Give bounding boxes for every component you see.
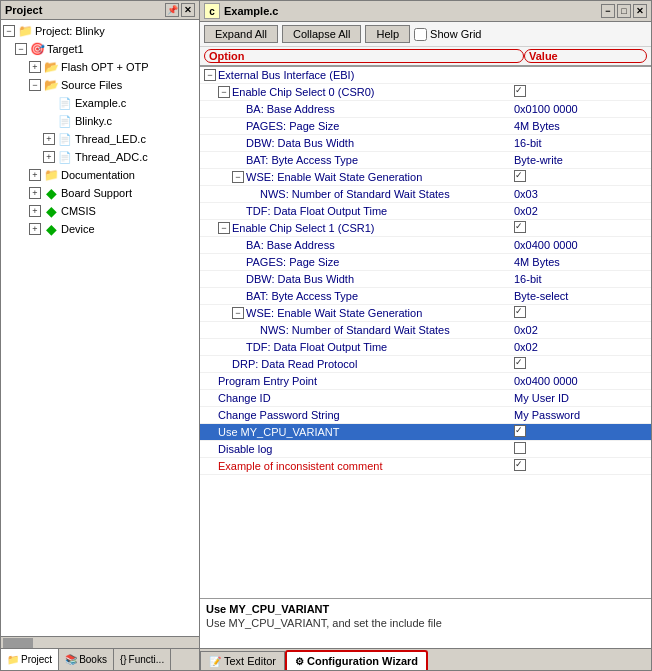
expand-threadled[interactable]: + [43,133,55,145]
config-row-14[interactable]: −WSE: Enable Wait State Generation [200,305,651,322]
cfg-value-4: 16-bit [510,136,651,150]
config-row-10[interactable]: BA: Base Address0x0400 0000 [200,237,651,254]
cfg-checkbox-14[interactable] [514,306,526,318]
config-row-8[interactable]: TDF: Data Float Output Time0x02 [200,203,651,220]
collapse-all-button[interactable]: Collapse All [282,25,361,43]
config-row-18[interactable]: Program Entry Point0x0400 0000 [200,373,651,390]
config-row-5[interactable]: BAT: Byte Access TypeByte-write [200,152,651,169]
tree-item-project[interactable]: − 📁 Project: Blinky [1,22,199,40]
expand-btn-9[interactable]: − [218,222,230,234]
cfg-label-5: BAT: Byte Access Type [246,154,358,166]
right-panel: c Example.c − □ ✕ Expand All Collapse Al… [200,0,652,671]
cfg-option-19: Change ID [200,391,510,405]
pin-button[interactable]: 📌 [165,3,179,17]
config-row-20[interactable]: Change Password StringMy Password [200,407,651,424]
expand-source[interactable]: − [29,79,41,91]
cfg-checkbox-23[interactable] [514,459,526,471]
config-row-4[interactable]: DBW: Data Bus Width16-bit [200,135,651,152]
info-title: Use MY_CPU_VARIANT [206,603,645,615]
left-bottom-tabs: 📁 Project 📚 Books {} Functi... [1,648,199,670]
tab-books[interactable]: 📚 Books [59,649,114,670]
expand-board[interactable]: + [29,187,41,199]
expand-btn-0[interactable]: − [204,69,216,81]
expand-btn-14[interactable]: − [232,307,244,319]
cfg-checkbox-21[interactable] [514,425,526,437]
cfg-label-3: PAGES: Page Size [246,120,339,132]
cfg-checkbox-6[interactable] [514,170,526,182]
tree-item-source-files[interactable]: − 📂 Source Files [1,76,199,94]
config-row-9[interactable]: −Enable Chip Select 1 (CSR1) [200,220,651,237]
tab-functions[interactable]: {} Functi... [114,649,171,670]
tree-item-cmsis[interactable]: + ◆ CMSIS [1,202,199,220]
expand-cmsis[interactable]: + [29,205,41,217]
tree-item-threadled[interactable]: + 📄 Thread_LED.c [1,130,199,148]
config-row-22[interactable]: Disable log [200,441,651,458]
cfg-option-16: TDF: Data Float Output Time [200,340,510,354]
config-row-12[interactable]: DBW: Data Bus Width16-bit [200,271,651,288]
cfg-option-12: DBW: Data Bus Width [200,272,510,286]
left-scrollbar-h[interactable] [1,636,199,648]
left-scroll-thumb[interactable] [3,638,33,648]
config-row-16[interactable]: TDF: Data Float Output Time0x02 [200,339,651,356]
config-row-2[interactable]: BA: Base Address0x0100 0000 [200,101,651,118]
cfg-checkbox-17[interactable] [514,357,526,369]
cfg-option-15: NWS: Number of Standard Wait States [200,323,510,337]
cfg-option-10: BA: Base Address [200,238,510,252]
tree-item-target1[interactable]: − 🎯 Target1 [1,40,199,58]
cfg-option-8: TDF: Data Float Output Time [200,204,510,218]
expand-all-button[interactable]: Expand All [204,25,278,43]
source-folder-icon: 📂 [43,77,59,93]
minimize-button[interactable]: − [601,4,615,18]
tab-project[interactable]: 📁 Project [1,649,59,670]
expand-flash[interactable]: + [29,61,41,73]
expand-target1[interactable]: − [15,43,27,55]
tree-item-device[interactable]: + ◆ Device [1,220,199,238]
doc-folder-icon: 📁 [43,167,59,183]
cfg-checkbox-22[interactable] [514,442,526,454]
config-row-1[interactable]: −Enable Chip Select 0 (CSR0) [200,84,651,101]
cfg-label-16: TDF: Data Float Output Time [246,341,387,353]
expand-btn-1[interactable]: − [218,86,230,98]
config-row-13[interactable]: BAT: Byte Access TypeByte-select [200,288,651,305]
close-right-button[interactable]: ✕ [633,4,647,18]
maximize-button[interactable]: □ [617,4,631,18]
project-icon: 📁 [17,23,33,39]
expand-project[interactable]: − [3,25,15,37]
tab-text-editor[interactable]: 📝 Text Editor [200,651,285,670]
cfg-label-13: BAT: Byte Access Type [246,290,358,302]
info-bar: Use MY_CPU_VARIANT Use MY_CPU_VARIANT, a… [200,598,651,648]
cfg-label-6: WSE: Enable Wait State Generation [246,171,422,183]
config-row-0[interactable]: −External Bus Interface (EBI) [200,67,651,84]
info-description: Use MY_CPU_VARIANT, and set the include … [206,617,645,629]
tree-item-documentation[interactable]: + 📁 Documentation [1,166,199,184]
tab-config-wizard[interactable]: ⚙ Configuration Wizard [285,650,428,670]
cfg-label-11: PAGES: Page Size [246,256,339,268]
tree-item-board-support[interactable]: + ◆ Board Support [1,184,199,202]
tree-item-flash[interactable]: + 📂 Flash OPT + OTP [1,58,199,76]
expand-doc[interactable]: + [29,169,41,181]
show-grid-text: Show Grid [430,28,481,40]
help-button[interactable]: Help [365,25,410,43]
config-row-17[interactable]: DRP: Data Read Protocol [200,356,651,373]
cfg-option-2: BA: Base Address [200,102,510,116]
config-row-11[interactable]: PAGES: Page Size4M Bytes [200,254,651,271]
cfg-checkbox-9[interactable] [514,221,526,233]
expand-threadadc[interactable]: + [43,151,55,163]
config-row-6[interactable]: −WSE: Enable Wait State Generation [200,169,651,186]
cfg-option-14: −WSE: Enable Wait State Generation [200,306,510,320]
close-left-button[interactable]: ✕ [181,3,195,17]
config-row-7[interactable]: NWS: Number of Standard Wait States0x03 [200,186,651,203]
expand-btn-6[interactable]: − [232,171,244,183]
tree-item-blinkyc[interactable]: 📄 Blinky.c [1,112,199,130]
config-row-21[interactable]: Use MY_CPU_VARIANT [200,424,651,441]
expand-device[interactable]: + [29,223,41,235]
tree-item-examplec[interactable]: 📄 Example.c [1,94,199,112]
config-row-19[interactable]: Change IDMy User ID [200,390,651,407]
config-row-3[interactable]: PAGES: Page Size4M Bytes [200,118,651,135]
cfg-checkbox-1[interactable] [514,85,526,97]
config-row-23[interactable]: Example of inconsistent comment [200,458,651,475]
config-row-15[interactable]: NWS: Number of Standard Wait States0x02 [200,322,651,339]
cfg-label-2: BA: Base Address [246,103,335,115]
tree-item-threadadc[interactable]: + 📄 Thread_ADC.c [1,148,199,166]
show-grid-checkbox[interactable] [414,28,427,41]
